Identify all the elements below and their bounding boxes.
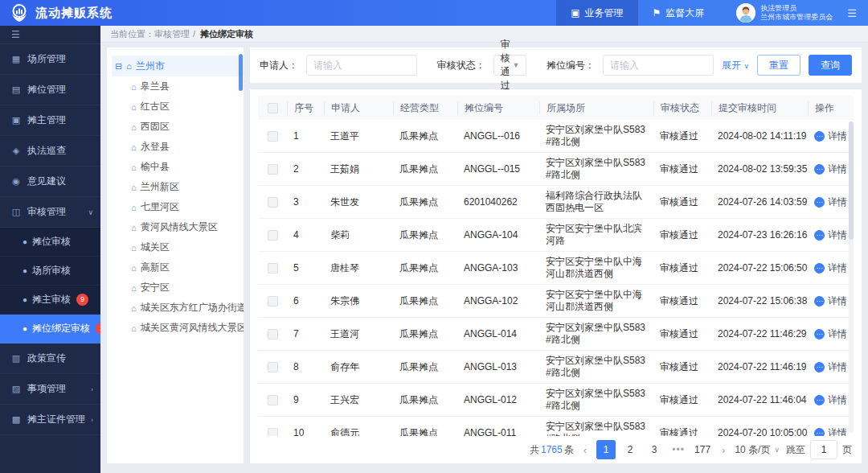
top-nav: ▣ 业务管理 ⚑ 监督大屏 执法管理员 兰州市城市管理 <box>556 0 860 26</box>
prev-page-icon[interactable]: ‹ <box>580 444 590 456</box>
details-link[interactable]: ⋯详情 <box>814 327 854 341</box>
sidebar-item-policy[interactable]: ▥政策宣传 <box>0 343 100 374</box>
applicant-input[interactable] <box>306 55 417 76</box>
cell-stall-no: ANGGL-011 <box>457 427 539 436</box>
tree-node[interactable]: ⌂城关区东方红广场办街道 <box>112 298 244 318</box>
row-checkbox-cell <box>258 362 287 372</box>
cell-applicant: 唐桂琴 <box>324 261 393 275</box>
row-checkbox[interactable] <box>268 263 278 274</box>
sidebar-item-building[interactable]: ▦场所管理 <box>0 44 100 75</box>
cell-status: 审核通过 <box>653 162 711 176</box>
cell-business-type: 瓜果摊点 <box>393 294 457 308</box>
home-icon: ⌂ <box>131 243 137 253</box>
page-size-select[interactable]: 10 条/页 ∨ <box>735 443 780 457</box>
sidebar-item-feedback[interactable]: ◉意见建议 <box>0 167 100 197</box>
sidebar-item-stall[interactable]: ▤摊位管理 <box>0 75 100 105</box>
row-checkbox[interactable] <box>268 329 278 339</box>
page-number-3[interactable]: 3 <box>645 440 664 459</box>
table-body: 1王道平瓜果摊点ANGGL--016安宁区刘家堡中队S583#路北侧审核通过20… <box>258 120 854 436</box>
table-scrollbar[interactable] <box>849 121 854 433</box>
reset-button[interactable]: 重置 <box>757 55 800 76</box>
tree-node[interactable]: ⌂永登县 <box>112 137 244 157</box>
details-link[interactable]: ⋯详情 <box>814 162 854 176</box>
row-checkbox[interactable] <box>268 395 278 405</box>
tree-node[interactable]: ⌂榆中县 <box>112 157 244 177</box>
nav-tab-supervision-screen[interactable]: ⚑ 监督大屏 <box>638 0 719 26</box>
details-link[interactable]: ⋯详情 <box>814 261 854 275</box>
row-checkbox[interactable] <box>268 296 278 306</box>
sidebar-item-vendor[interactable]: ▣摊主管理 <box>0 105 100 136</box>
page-number-2[interactable]: 2 <box>620 440 640 459</box>
details-link[interactable]: ⋯详情 <box>814 360 854 374</box>
cell-status: 审核通过 <box>653 294 711 308</box>
select-all-checkbox[interactable] <box>268 103 278 113</box>
tree-scrollbar[interactable] <box>239 54 243 91</box>
status-select[interactable]: 审核通过 ▼ <box>493 55 527 76</box>
details-link[interactable]: ⋯详情 <box>814 393 854 407</box>
sidebar-subitem[interactable]: ●场所审核 <box>0 257 100 286</box>
details-link[interactable]: ⋯详情 <box>814 195 854 209</box>
details-label: 详情 <box>828 162 847 176</box>
tree-node[interactable]: ⌂黄河风情线大景区 <box>112 217 244 237</box>
next-page-icon[interactable]: › <box>719 444 728 456</box>
tree-node-root[interactable]: ⊟ ⌂ 兰州市 <box>112 56 244 76</box>
collapse-minus-icon[interactable]: ⊟ <box>115 61 122 72</box>
cell-business-type: 瓜果摊点 <box>393 162 457 176</box>
tree-node[interactable]: ⌂皋兰县 <box>112 76 244 97</box>
home-icon: ⌂ <box>131 223 137 232</box>
row-checkbox[interactable] <box>268 230 278 241</box>
stall-no-input[interactable] <box>603 55 714 76</box>
sidebar-item-audit[interactable]: ◫审核管理∨ <box>0 197 100 228</box>
sidebar-subitem[interactable]: ●摊主审核9 <box>0 286 100 315</box>
sidebar-subitem[interactable]: ●摊位绑定审核1 <box>0 315 100 343</box>
tree-node[interactable]: ⌂安宁区 <box>112 278 244 298</box>
row-checkbox[interactable] <box>268 164 278 175</box>
page-number-177[interactable]: 177 <box>693 440 712 459</box>
cell-submit-time: 2024-08-02 14:11:19 <box>711 130 808 142</box>
tree-node[interactable]: ⌂城关区黄河风情线大景区街道 <box>112 318 244 338</box>
tree-node[interactable]: ⌂高新区 <box>112 257 244 278</box>
column-header: 操作 <box>808 101 854 115</box>
tree-node[interactable]: ⌂红古区 <box>112 97 244 117</box>
bullet-icon: ● <box>23 237 27 246</box>
home-icon: ⌂ <box>131 303 137 313</box>
nav-tab-business[interactable]: ▣ 业务管理 <box>556 0 637 26</box>
ellipsis-circle-icon: ⋯ <box>814 230 825 241</box>
sidebar-collapse-icon[interactable]: ☰ <box>0 26 100 44</box>
cell-submit-time: 2024-08-02 13:59:35 <box>711 163 808 175</box>
details-link[interactable]: ⋯详情 <box>814 426 854 437</box>
ellipsis-circle-icon: ⋯ <box>814 395 825 405</box>
cell-submit-time: 2024-07-22 15:06:38 <box>711 295 808 306</box>
query-button[interactable]: 查询 <box>809 55 852 76</box>
row-checkbox[interactable] <box>268 131 278 142</box>
page-ellipsis: ••• <box>669 440 688 459</box>
tree-node[interactable]: ⌂七里河区 <box>112 197 244 217</box>
user-box[interactable]: 执法管理员 兰州市城市管理委员会 <box>736 3 833 23</box>
sidebar-subitem-label: 摊主审核 <box>32 293 71 306</box>
page-number-1[interactable]: 1 <box>596 440 616 459</box>
jump-page-input[interactable] <box>810 440 837 459</box>
tree-node[interactable]: ⌂西固区 <box>112 117 244 137</box>
user-meta: 执法管理员 兰州市城市管理委员会 <box>760 4 833 22</box>
breadcrumb-section[interactable]: 审核管理 <box>154 28 190 40</box>
row-checkbox[interactable] <box>268 428 278 437</box>
row-checkbox[interactable] <box>268 197 278 208</box>
details-link[interactable]: ⋯详情 <box>814 130 854 143</box>
sidebar-item-shield[interactable]: ◈执法巡查 <box>0 136 100 167</box>
sidebar-subitem[interactable]: ●摊位审核 <box>0 228 100 257</box>
app-title: 流动摊贩系统 <box>35 6 113 21</box>
tree-node[interactable]: ⌂兰州新区 <box>112 177 244 197</box>
cell-venue: 安宁区安宁堡中队中海河山郡洪道西侧 <box>539 256 653 280</box>
tree-node[interactable]: ⌂城关区 <box>112 237 244 257</box>
sidebar-item-matters[interactable]: ▨事项管理› <box>0 374 100 405</box>
row-checkbox[interactable] <box>268 362 278 372</box>
home-icon: ⌂ <box>131 102 137 112</box>
sidebar-item-certificate[interactable]: ▩摊主证件管理› <box>0 405 100 435</box>
header-menu-icon[interactable]: ☰ <box>844 7 860 19</box>
expand-filters-link[interactable]: 展开 ∨ <box>722 59 749 72</box>
cell-submit-time: 2024-07-22 11:46:19 <box>711 361 808 372</box>
building-icon: ▦ <box>10 54 22 64</box>
details-link[interactable]: ⋯详情 <box>814 294 854 308</box>
details-link[interactable]: ⋯详情 <box>814 228 854 242</box>
details-label: 详情 <box>828 393 847 407</box>
